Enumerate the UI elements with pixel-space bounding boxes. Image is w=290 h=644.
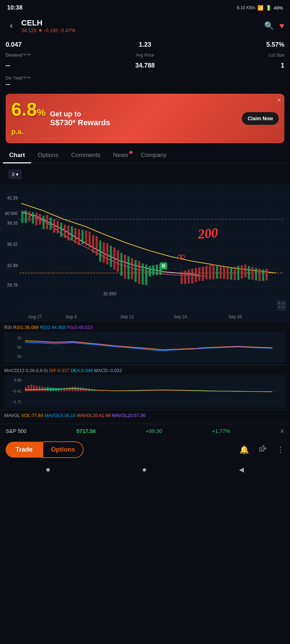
- svg-rect-28: [64, 225, 66, 238]
- svg-rect-61: [191, 269, 193, 284]
- banner-ad: × 6.8%p.a. Get up to S$730* Rewards Clai…: [6, 94, 284, 143]
- svg-rect-44: [120, 253, 123, 276]
- banner-close-button[interactable]: ×: [277, 97, 281, 104]
- svg-text:0.88: 0.88: [14, 378, 22, 382]
- lotsizenum-value: 1: [192, 60, 284, 71]
- svg-rect-20: [35, 213, 38, 225]
- svg-rect-65: [205, 266, 207, 279]
- banner-subtitle: S$730* Rewards: [50, 118, 242, 127]
- macd-section: MACD(12.0,26.0,9.0) DIF:0.337 DEA:0.348 …: [0, 365, 290, 410]
- mavol-section: MAVOL VOL:77.84 MAVOL5:16.16 MAVOL10:41.…: [0, 410, 290, 421]
- battery-pct: 49%: [274, 5, 283, 11]
- divyield-section: Div Yield™™ --: [0, 74, 290, 89]
- svg-rect-79: [255, 268, 257, 280]
- favorite-icon[interactable]: ♥: [279, 21, 284, 31]
- claim-now-button[interactable]: Claim Now: [242, 112, 279, 125]
- fullscreen-button[interactable]: ⛶: [277, 300, 286, 311]
- svg-rect-60: [188, 269, 190, 284]
- main-chart-wrapper[interactable]: B: [0, 184, 290, 322]
- nav-icons: 🔔 ⋮: [84, 445, 284, 455]
- share-icon-button[interactable]: [259, 445, 267, 455]
- bottom-nav: Trade Options 🔔 ⋮: [0, 438, 290, 462]
- status-right: 8.10 KB/s 📶 🔋 49%: [237, 5, 283, 11]
- svg-rect-19: [32, 212, 34, 224]
- svg-rect-31: [74, 228, 76, 243]
- svg-rect-116: [36, 386, 38, 391]
- system-back-button[interactable]: ◀: [239, 466, 244, 474]
- svg-rect-38: [99, 240, 101, 262]
- system-home-button[interactable]: ●: [142, 465, 147, 474]
- battery-icon: 🔋: [266, 5, 272, 11]
- svg-rect-82: [266, 269, 268, 280]
- ticker-chevron-icon: ∧: [280, 428, 284, 434]
- svg-rect-23: [46, 215, 48, 229]
- svg-rect-50: [142, 263, 144, 285]
- header-icons: 🔍 ♥: [264, 21, 284, 31]
- rsi-section: RSI RSI1:36.089 RSI2:44.908 RSI3:49.523 …: [0, 322, 290, 365]
- bell-icon: 🔔: [239, 445, 249, 454]
- svg-text:←: ←: [209, 259, 219, 270]
- sp500-name: S&P 500: [6, 428, 27, 434]
- chart-period-button[interactable]: 3 ▾: [8, 170, 22, 179]
- svg-text:−0.42: −0.42: [12, 389, 22, 393]
- rsi-chart-svg: 70 50 30: [4, 331, 286, 363]
- down-arrow-icon: ▼: [38, 28, 44, 33]
- lotsize-value: 5.57%: [192, 41, 284, 48]
- avgprice-label: Avg Price: [98, 51, 191, 59]
- svg-rect-40: [106, 243, 108, 265]
- network-speed: 8.10 KB/s: [237, 5, 255, 10]
- svg-rect-24: [50, 217, 52, 230]
- lotsizenum-value-text: 1: [192, 62, 284, 69]
- tab-options[interactable]: Options: [31, 147, 65, 163]
- more-icon-button[interactable]: ⋮: [277, 445, 284, 454]
- svg-rect-77: [248, 266, 250, 279]
- pe-stat: 1.23: [98, 40, 191, 50]
- tab-company[interactable]: Company: [135, 147, 173, 163]
- tab-comments[interactable]: Comments: [65, 147, 107, 163]
- avgprice-value-text: 34.788: [98, 62, 191, 69]
- svg-text:50: 50: [17, 345, 22, 349]
- svg-rect-62: [195, 268, 197, 282]
- share-icon: [259, 446, 267, 454]
- options-button[interactable]: Options: [42, 441, 84, 458]
- svg-rect-54: [156, 265, 158, 275]
- dividend-value-text: --: [6, 62, 98, 69]
- lotsize-stat: 5.57%: [192, 40, 284, 50]
- tab-chart[interactable]: Chart: [3, 147, 31, 163]
- svg-rect-39: [103, 242, 105, 263]
- system-square-button[interactable]: ■: [46, 466, 50, 474]
- main-chart-svg: B: [0, 184, 290, 322]
- banner-description: Get up to S$730* Rewards: [50, 110, 242, 127]
- svg-text:42.29: 42.29: [7, 196, 18, 201]
- svg-rect-75: [241, 265, 243, 279]
- svg-rect-76: [244, 265, 246, 277]
- svg-rect-41: [110, 246, 112, 267]
- divyield-value: --: [6, 81, 284, 88]
- news-notification-dot: [130, 151, 132, 154]
- bottom-ticker-bar[interactable]: S&P 500 5717.56 +99.30 +1.77% ∧: [0, 424, 290, 438]
- period-dropdown-icon: ▾: [16, 172, 18, 177]
- svg-text:Aug 27: Aug 27: [28, 314, 42, 319]
- pe-value: 1.23: [98, 41, 191, 48]
- tab-news[interactable]: News: [107, 147, 135, 163]
- back-button[interactable]: ‹: [6, 21, 17, 30]
- svg-rect-74: [237, 266, 239, 280]
- eps-value: 0.047: [6, 41, 98, 48]
- svg-rect-58: [181, 272, 183, 284]
- stock-change-pct: -0.47%: [59, 28, 75, 33]
- bell-icon-button[interactable]: 🔔: [239, 445, 249, 454]
- svg-rect-129: [72, 387, 73, 391]
- svg-text:Sep 19: Sep 19: [174, 314, 187, 319]
- eps-stat: 0.047: [6, 40, 98, 50]
- trade-button[interactable]: Trade: [6, 442, 42, 458]
- svg-rect-51: [145, 265, 147, 285]
- svg-rect-18: [28, 211, 30, 221]
- svg-rect-17: [25, 210, 27, 223]
- svg-text:B: B: [162, 263, 165, 268]
- svg-rect-48: [135, 260, 137, 282]
- svg-rect-47: [131, 258, 133, 279]
- svg-rect-35: [89, 232, 91, 248]
- svg-text:200: 200: [197, 225, 218, 242]
- search-icon[interactable]: 🔍: [264, 21, 274, 30]
- svg-rect-121: [50, 387, 51, 391]
